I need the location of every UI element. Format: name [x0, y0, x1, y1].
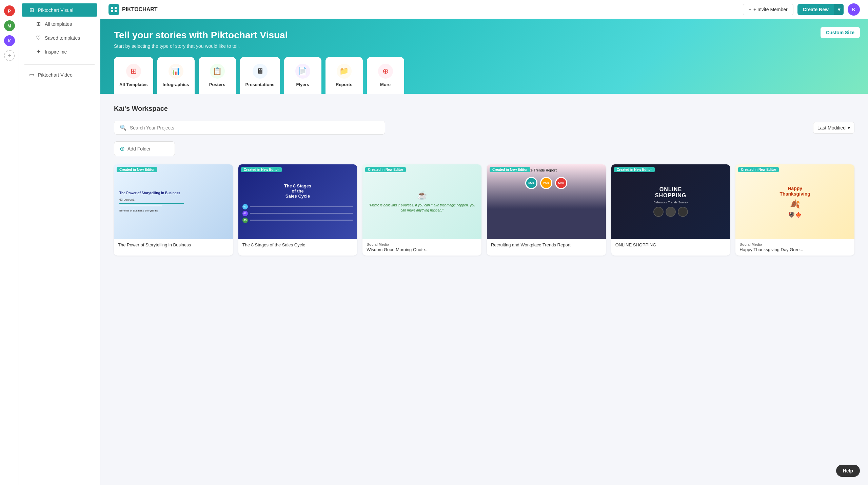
project-card[interactable]: ☕ "Magic is believing in yourself. If yo… [362, 164, 481, 256]
projects-grid: The Power of Storytelling in Business 63… [114, 164, 854, 256]
sidebar-item-all-templates-label: All templates [45, 21, 72, 27]
project-card[interactable]: ONLINESHOPPING Behaviour Trends Survey C… [611, 164, 730, 256]
project-card[interactable]: HappyThanksgiving 🍂 🦃🍁 Created in New Ed… [735, 164, 854, 256]
project-card-category: Social Media [367, 242, 477, 246]
add-workspace-button[interactable]: + [4, 50, 15, 61]
project-card-info: Social Media Wisdom Good Morning Quote..… [362, 239, 481, 256]
template-type-reports-label: Reports [336, 82, 352, 87]
infographics-type-icon: 📊 [169, 64, 183, 79]
template-type-infographics-label: Infographics [163, 82, 189, 87]
svg-rect-3 [111, 10, 113, 12]
visual-icon: ⊞ [28, 7, 35, 13]
template-type-cards: ⊞ All Templates 📊 Infographics 📋 Posters… [114, 57, 854, 94]
workspace-title: Kai's Workspace [114, 105, 854, 113]
project-card-thumb: HappyThanksgiving 🍂 🦃🍁 Created in New Ed… [735, 164, 854, 239]
topbar: PIKTOCHART + + Invite Member Create New … [100, 0, 868, 19]
add-folder-icon: ⊕ [120, 145, 125, 153]
project-badge: Created in New Editor [614, 167, 655, 172]
project-card-name: Wisdom Good Morning Quote... [367, 247, 477, 252]
user-avatar-p[interactable]: P [4, 5, 15, 16]
template-type-posters[interactable]: 📋 Posters [199, 57, 236, 94]
template-type-more-label: More [380, 82, 391, 87]
main-sidebar: ⊞ Piktochart Visual ⊞ All templates ♡ Sa… [19, 0, 100, 485]
project-card-thumb: Recruiting and Workplace Trends Report 6… [487, 164, 606, 239]
user-avatar-topbar[interactable]: K [848, 3, 860, 16]
sidebar-item-inspire-label: Inspire me [45, 49, 67, 55]
user-avatar-k[interactable]: K [4, 35, 15, 46]
project-card-name: ONLINE SHOPPING [615, 242, 726, 247]
template-type-posters-label: Posters [209, 82, 225, 87]
project-badge: Created in New Editor [241, 167, 282, 172]
search-box[interactable]: 🔍 [114, 121, 385, 135]
template-type-all[interactable]: ⊞ All Templates [114, 57, 153, 94]
hero-banner: Custom Size Tell your stories with Pikto… [100, 19, 868, 94]
project-badge: Created in New Editor [117, 167, 157, 172]
app-name: PIKTOCHART [122, 6, 158, 13]
sidebar-avatar-strip: P M K + [0, 0, 19, 485]
sidebar-item-saved-templates[interactable]: ♡ Saved templates [22, 31, 97, 44]
search-input[interactable] [130, 125, 379, 130]
project-card-name: Happy Thanksgiving Day Gree... [739, 247, 850, 252]
project-card-thumb: The 8 Stagesof theSales Cycle 01 02 03 C… [238, 164, 357, 239]
project-card[interactable]: Recruiting and Workplace Trends Report 6… [487, 164, 606, 256]
project-card[interactable]: The 8 Stagesof theSales Cycle 01 02 03 C… [238, 164, 357, 256]
custom-size-button[interactable]: Custom Size [821, 27, 860, 38]
project-card-thumb: The Power of Storytelling in Business 63… [114, 164, 233, 239]
help-button[interactable]: Help [836, 465, 860, 477]
project-card-info: Social Media Happy Thanksgiving Day Gree… [735, 239, 854, 256]
inspire-icon: ✦ [35, 48, 41, 55]
svg-rect-0 [108, 4, 119, 15]
sidebar-item-visual[interactable]: ⊞ Piktochart Visual [22, 3, 97, 17]
invite-label: + Invite Member [753, 7, 788, 12]
all-templates-icon: ⊞ [35, 21, 41, 27]
topbar-actions: + + Invite Member Create New ▾ K [743, 3, 860, 16]
project-badge: Created in New Editor [490, 167, 530, 172]
project-card-info: Recruiting and Workplace Trends Report [487, 239, 606, 251]
template-type-presentations[interactable]: 🖥 Presentations [240, 57, 280, 94]
svg-rect-1 [111, 7, 113, 9]
add-folder-label: Add Folder [127, 146, 151, 151]
sidebar-item-saved-label: Saved templates [45, 35, 80, 41]
template-type-all-label: All Templates [119, 82, 148, 87]
presentations-type-icon: 🖥 [253, 64, 268, 79]
sidebar-item-video[interactable]: ▭ Piktochart Video [22, 68, 97, 81]
template-type-more[interactable]: ⊕ More [367, 57, 404, 94]
project-card[interactable]: The Power of Storytelling in Business 63… [114, 164, 233, 256]
sidebar-item-inspire[interactable]: ✦ Inspire me [22, 45, 97, 58]
project-card-name: Recruiting and Workplace Trends Report [491, 242, 602, 247]
sidebar-item-visual-label: Piktochart Visual [38, 7, 73, 13]
saved-icon: ♡ [35, 35, 41, 41]
sidebar-divider [24, 64, 95, 65]
template-type-reports[interactable]: 📁 Reports [326, 57, 363, 94]
create-new-chevron-icon[interactable]: ▾ [834, 4, 844, 15]
user-avatar-m[interactable]: M [4, 20, 15, 31]
sort-select[interactable]: Last Modified ▾ [813, 122, 854, 134]
logo-icon [108, 4, 119, 15]
hero-title: Tell your stories with Piktochart Visual [114, 30, 854, 41]
search-icon: 🔍 [120, 124, 126, 131]
invite-plus-icon: + [749, 7, 751, 12]
project-badge: Created in New Editor [738, 167, 779, 172]
project-card-name: The Power of Storytelling in Business [118, 242, 229, 247]
posters-type-icon: 📋 [210, 64, 225, 79]
main-content: PIKTOCHART + + Invite Member Create New … [100, 0, 868, 485]
project-card-thumb: ☕ "Magic is believing in yourself. If yo… [362, 164, 481, 239]
reports-type-icon: 📁 [337, 64, 352, 79]
project-card-info: The Power of Storytelling in Business [114, 239, 233, 251]
svg-rect-4 [115, 10, 117, 12]
invite-member-button[interactable]: + + Invite Member [743, 4, 793, 15]
project-card-category: Social Media [739, 242, 850, 246]
project-badge: Created in New Editor [365, 167, 406, 172]
app-logo: PIKTOCHART [108, 4, 158, 15]
create-new-button[interactable]: Create New ▾ [797, 4, 844, 15]
sort-label: Last Modified [817, 125, 846, 130]
template-type-infographics[interactable]: 📊 Infographics [157, 57, 195, 94]
video-icon: ▭ [28, 72, 35, 78]
all-templates-type-icon: ⊞ [126, 64, 141, 79]
sidebar-item-all-templates[interactable]: ⊞ All templates [22, 17, 97, 31]
template-type-flyers[interactable]: 📄 Flyers [284, 57, 321, 94]
svg-rect-2 [115, 7, 117, 9]
project-card-name: The 8 Stages of the Sales Cycle [242, 242, 353, 247]
add-folder-button[interactable]: ⊕ Add Folder [114, 141, 175, 156]
template-type-presentations-label: Presentations [245, 82, 275, 87]
